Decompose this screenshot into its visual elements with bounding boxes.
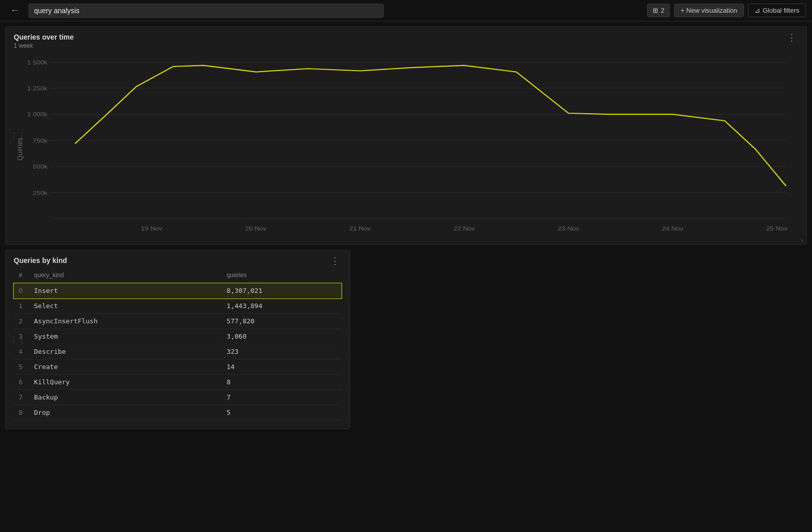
svg-text:1 250k: 1 250k: [27, 85, 48, 92]
table-container: # query_kind queries 0Insert8,307,0211Se…: [6, 268, 350, 428]
table-header: # query_kind queries: [14, 268, 342, 283]
cell-queries: 8,307,021: [222, 283, 342, 298]
table-row[interactable]: 4Describe323: [14, 344, 342, 359]
svg-text:Day: Day: [412, 235, 425, 236]
cell-query-kind: KillQuery: [29, 375, 222, 390]
chart-panel-title: Queries over time: [14, 33, 74, 41]
queries-over-time-panel: ⋮⋮ Queries over time 1 week ⋮ 1 500k 1 2…: [5, 26, 807, 245]
table-panel-header: Queries by kind ⋮: [6, 250, 350, 268]
cell-queries: 323: [222, 344, 342, 359]
cell-queries: 1,443,894: [222, 298, 342, 314]
svg-text:1 000k: 1 000k: [27, 111, 48, 118]
cell-index: 8: [14, 405, 29, 420]
cell-query-kind: System: [29, 329, 222, 344]
cell-index: 2: [14, 314, 29, 329]
table-panel-menu-button[interactable]: ⋮: [328, 256, 342, 265]
cell-queries: 5: [222, 405, 342, 420]
cell-index: 5: [14, 359, 29, 375]
svg-text:25 Nov: 25 Nov: [766, 225, 788, 232]
topbar: ← ⊞ 2 + New visualization ⊿ Global filte…: [0, 0, 812, 21]
panel-icon: ⊞: [653, 7, 658, 14]
cell-index: 4: [14, 344, 29, 359]
svg-text:250k: 250k: [33, 189, 48, 196]
table-body: 0Insert8,307,0211Select1,443,8942AsyncIn…: [14, 283, 342, 420]
panel-count-button[interactable]: ⊞ 2: [647, 4, 670, 17]
svg-text:24 Nov: 24 Nov: [662, 225, 684, 232]
col-index: #: [14, 268, 29, 283]
new-visualization-button[interactable]: + New visualization: [674, 4, 744, 17]
line-chart-svg: 1 500k 1 250k 1 000k 750k 500k 250k 19 N…: [14, 51, 798, 236]
cell-query-kind: Drop: [29, 405, 222, 420]
chart-line: [75, 65, 786, 186]
cell-queries: 3,060: [222, 329, 342, 344]
cell-query-kind: Insert: [29, 283, 222, 298]
col-queries: queries: [222, 268, 342, 283]
table-panel-title: Queries by kind: [14, 256, 67, 264]
queries-by-kind-panel: ⋮⋮ Queries by kind ⋮ # query_kind querie…: [5, 250, 350, 429]
main-content: ⋮⋮ Queries over time 1 week ⋮ 1 500k 1 2…: [0, 21, 812, 532]
table-row[interactable]: 8Drop5: [14, 405, 342, 420]
table-row[interactable]: 7Backup7: [14, 390, 342, 405]
cell-queries: 577,820: [222, 314, 342, 329]
chart-container: 1 500k 1 250k 1 000k 750k 500k 250k 19 N…: [6, 51, 806, 244]
panel-count-label: 2: [661, 7, 664, 14]
svg-text:20 Nov: 20 Nov: [245, 225, 267, 232]
col-query-kind: query_kind: [29, 268, 222, 283]
resize-handle[interactable]: ↘: [799, 237, 805, 243]
table-row[interactable]: 5Create14: [14, 359, 342, 375]
filter-icon: ⊿: [755, 7, 760, 14]
cell-index: 6: [14, 375, 29, 390]
svg-text:500k: 500k: [33, 163, 48, 170]
svg-text:22 Nov: 22 Nov: [454, 225, 476, 232]
svg-text:1 500k: 1 500k: [27, 59, 48, 65]
table-row[interactable]: 2AsyncInsertFlush577,820: [14, 314, 342, 329]
chart-panel-subtitle: 1 week: [14, 42, 74, 49]
cell-queries: 8: [222, 375, 342, 390]
back-button[interactable]: ←: [6, 3, 23, 18]
topbar-actions: ⊞ 2 + New visualization ⊿ Global filters: [647, 4, 806, 17]
cell-query-kind: Describe: [29, 344, 222, 359]
chart-panel-title-group: Queries over time 1 week: [14, 33, 74, 49]
table-row[interactable]: 3System3,060: [14, 329, 342, 344]
table-row[interactable]: 1Select1,443,894: [14, 298, 342, 314]
cell-queries: 14: [222, 359, 342, 375]
cell-query-kind: Create: [29, 359, 222, 375]
global-filters-button[interactable]: ⊿ Global filters: [748, 4, 806, 17]
cell-index: 7: [14, 390, 29, 405]
chart-panel-menu-button[interactable]: ⋮: [785, 33, 798, 42]
cell-queries: 7: [222, 390, 342, 405]
svg-text:23 Nov: 23 Nov: [558, 225, 580, 232]
table-row[interactable]: 6KillQuery8: [14, 375, 342, 390]
cell-query-kind: Backup: [29, 390, 222, 405]
cell-query-kind: AsyncInsertFlush: [29, 314, 222, 329]
cell-index: 1: [14, 298, 29, 314]
dashboard-title-input[interactable]: [28, 4, 384, 18]
table-drag-handle-icon[interactable]: ⋮⋮: [10, 335, 26, 344]
svg-text:21 Nov: 21 Nov: [349, 225, 371, 232]
queries-table: # query_kind queries 0Insert8,307,0211Se…: [14, 268, 342, 420]
table-row[interactable]: 0Insert8,307,021: [14, 283, 342, 298]
svg-text:19 Nov: 19 Nov: [141, 225, 163, 232]
chart-panel-header: Queries over time 1 week ⋮: [6, 27, 806, 51]
svg-text:750k: 750k: [33, 138, 48, 144]
cell-index: 0: [14, 283, 29, 298]
global-filters-label: Global filters: [763, 7, 799, 14]
svg-text:Queries: Queries: [16, 138, 24, 160]
cell-query-kind: Select: [29, 298, 222, 314]
